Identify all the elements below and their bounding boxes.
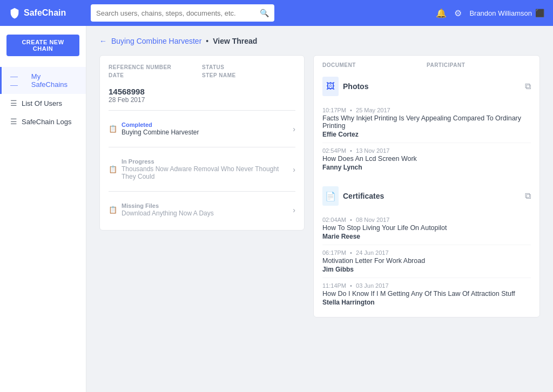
cert-doc-icon: 📄 [322, 186, 339, 206]
settings-icon[interactable]: ⚙ [454, 8, 462, 18]
step-name-2: Thousands Now Adware Removal Who Never T… [122, 165, 293, 180]
doc-entry-meta-0: 10:17PM • 25 May 2017 [322, 107, 531, 113]
main-layout: CREATE NEW CHAIN — — My SafeChains ☰ Lis… [0, 26, 553, 392]
chain-panel: REFERENCE NUMBER DATE STATUS STEP NAME 1… [99, 55, 305, 231]
doc-date-cert-1: 24 Jun 2017 [356, 249, 389, 256]
chain-panel-header: REFERENCE NUMBER DATE STATUS STEP NAME [109, 64, 295, 80]
doc-author-1: Fanny Lynch [322, 164, 531, 171]
chain-date: 28 Feb 2017 [109, 96, 145, 104]
doc-author-cert-2: Stella Harrington [322, 299, 531, 306]
sidebar-item-label: List Of Users [22, 99, 62, 107]
doc-time-cert-0: 02:04AM [322, 217, 346, 223]
doc-group-certs-header: 📄 Certificates ⧉ [322, 182, 531, 208]
doc-entry-meta-cert-2: 11:14PM • 03 Jun 2017 [322, 282, 531, 289]
step-name-label: STEP NAME [202, 72, 295, 78]
step-item-1: 📋 In Progress Thousands Now Adware Remov… [109, 154, 295, 185]
step-left: 📋 Completed Buying Combine Harvester [109, 121, 199, 136]
doc-entry-meta-cert-1: 06:17PM • 24 Jun 2017 [322, 249, 531, 256]
user-menu[interactable]: Brandon Williamson ⬛ [469, 9, 544, 17]
status-col: STATUS STEP NAME [202, 64, 295, 80]
step-arrow-icon-2[interactable]: › [293, 165, 295, 174]
doc-entry-meta-cert-0: 02:04AM • 08 Nov 2017 [322, 217, 531, 223]
notification-icon[interactable]: 🔔 [436, 8, 447, 18]
sidebar-item-mysafechains[interactable]: — — My SafeChains [0, 67, 86, 94]
users-icon: ☰ [10, 99, 17, 107]
reference-block: 14568998 28 Feb 2017 [109, 87, 145, 104]
logo-text: SafeChain [24, 8, 66, 18]
divider3 [109, 191, 295, 192]
doc-entry-0: 10:17PM • 25 May 2017 Facts Why Inkjet P… [322, 103, 531, 143]
copy-icon-photos[interactable]: ⧉ [525, 82, 531, 91]
doc-author-cert-1: Jim Gibbs [322, 266, 531, 273]
doc-title-cert-1: Motivation Letter For Work Abroad [322, 257, 531, 265]
step-doc-icon: 📋 [109, 124, 117, 134]
doc-group-photos-title-row: 🖼 Photos [322, 77, 368, 96]
ref-number-label: REFERENCE NUMBER [109, 64, 202, 70]
date-label: DATE [109, 72, 202, 78]
doc-time-cert-2: 11:14PM [322, 282, 346, 289]
logo-icon [9, 7, 21, 19]
doc-date-cert-0: 08 Nov 2017 [356, 217, 389, 223]
doc-time-cert-1: 06:17PM [322, 249, 346, 256]
photo-doc-icon: 🖼 [322, 77, 339, 96]
topnav-right: 🔔 ⚙ Brandon Williamson ⬛ [436, 8, 544, 18]
breadcrumb-link[interactable]: Buying Combine Harvester [111, 37, 201, 45]
main-content: ← Buying Combine Harvester • View Thread… [86, 26, 553, 392]
list-icon: — — [10, 72, 27, 89]
participant-col-label: PARTICIPANT [427, 62, 531, 68]
step-item-0: 📋 Completed Buying Combine Harvester › [109, 117, 295, 140]
step-doc-icon-2: 📋 [109, 165, 117, 174]
doc-col-label: DOCUMENT [322, 62, 427, 68]
doc-author-0: Effie Cortez [322, 131, 531, 138]
breadcrumb: ← Buying Combine Harvester • View Thread [99, 37, 540, 45]
breadcrumb-separator: • [206, 37, 208, 45]
step-doc-icon-3: 📋 [109, 205, 117, 215]
sidebar: CREATE NEW CHAIN — — My SafeChains ☰ Lis… [0, 26, 86, 392]
sidebar-item-listofusers[interactable]: ☰ List Of Users [0, 94, 86, 112]
step-arrow-icon-3[interactable]: › [293, 206, 295, 214]
doc-entry-cert-2: 11:14PM • 03 Jun 2017 How Do I Know If I… [322, 278, 531, 310]
status-label: STATUS [202, 64, 295, 70]
doc-title-cert-0: How To Stop Living Your Life On Autopilo… [322, 224, 531, 232]
search-input[interactable] [96, 9, 258, 17]
step-status: Completed [122, 121, 199, 128]
doc-time-1: 02:54PM [322, 147, 346, 154]
step-item-2: 📋 Missing Files Download Anything Now A … [109, 198, 295, 221]
step-left-2: 📋 In Progress Thousands Now Adware Remov… [109, 158, 293, 180]
logo: SafeChain [9, 7, 84, 19]
sidebar-item-label: SafeChain Logs [22, 118, 72, 126]
create-chain-button[interactable]: CREATE NEW CHAIN [6, 35, 79, 56]
doc-entry-cert-1: 06:17PM • 24 Jun 2017 Motivation Letter … [322, 245, 531, 278]
top-navbar: SafeChain 🔍 🔔 ⚙ Brandon Williamson ⬛ [0, 0, 553, 26]
doc-group-photos-header: 🖼 Photos ⧉ [322, 72, 531, 98]
doc-panel: DOCUMENT PARTICIPANT 🖼 Photos ⧉ 10 [313, 55, 540, 317]
content-grid: REFERENCE NUMBER DATE STATUS STEP NAME 1… [99, 55, 540, 317]
search-bar[interactable]: 🔍 [91, 4, 274, 22]
doc-title-cert-2: How Do I Know If I M Getting Any Of This… [322, 290, 531, 298]
doc-time-0: 10:17PM [322, 107, 346, 113]
back-button[interactable]: ← [99, 37, 107, 45]
photos-group-title: Photos [343, 82, 368, 91]
ref-col: REFERENCE NUMBER DATE [109, 64, 202, 80]
reference-number: 14568998 [109, 87, 145, 96]
step-arrow-icon[interactable]: › [293, 125, 295, 133]
user-name: Brandon Williamson [469, 9, 532, 17]
doc-group-photos: 🖼 Photos ⧉ 10:17PM • 25 May 2017 Facts W… [314, 72, 539, 182]
doc-date-cert-2: 03 Jun 2017 [356, 282, 389, 289]
divider2 [109, 147, 295, 147]
divider [109, 110, 295, 111]
step-info-3: Missing Files Download Anything Now A Da… [122, 202, 214, 217]
step-status-2: In Progress [122, 158, 293, 165]
copy-icon-certs[interactable]: ⧉ [525, 191, 531, 201]
step-name-3: Download Anything Now A Days [122, 209, 214, 217]
doc-group-certs-title-row: 📄 Certificates [322, 186, 384, 206]
search-icon: 🔍 [260, 9, 269, 17]
step-status-3: Missing Files [122, 202, 214, 209]
sidebar-item-logs[interactable]: ☰ SafeChain Logs [0, 112, 86, 131]
back-arrow-icon: ← [99, 37, 107, 45]
doc-author-cert-0: Marie Reese [322, 233, 531, 240]
chain-info-row: 14568998 28 Feb 2017 [109, 87, 295, 104]
logout-icon[interactable]: ⬛ [535, 9, 544, 17]
step-info: Completed Buying Combine Harvester [122, 121, 199, 136]
logs-icon: ☰ [10, 117, 17, 126]
